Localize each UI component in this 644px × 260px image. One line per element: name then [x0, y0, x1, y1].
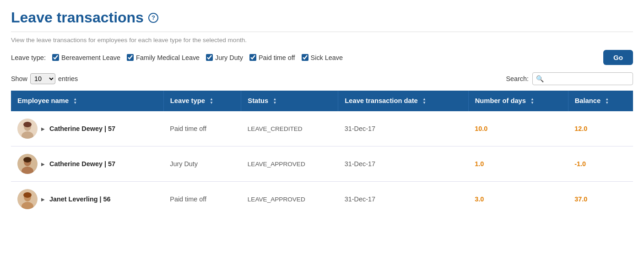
checkbox-sick[interactable]: Sick Leave: [302, 54, 343, 61]
help-icon[interactable]: ?: [148, 13, 158, 23]
avatar: [17, 189, 38, 209]
checkbox-jury[interactable]: Jury Duty: [206, 54, 243, 61]
leave-transactions-table: Employee name ▲▼ Leave type ▲▼ Status ▲▼…: [11, 91, 633, 217]
controls-row: Show 10 25 50 100 entries Search: 🔍: [11, 72, 633, 85]
col-status[interactable]: Status ▲▼: [241, 91, 338, 111]
checkbox-pto[interactable]: Paid time off: [249, 54, 295, 61]
search-input-wrap: 🔍: [532, 72, 633, 85]
table-row: ▶ Catherine Dewey | 57 Paid time offLEAV…: [11, 111, 633, 146]
table-header-row: Employee name ▲▼ Leave type ▲▼ Status ▲▼…: [11, 91, 633, 111]
checkbox-bereavement[interactable]: Bereavement Leave: [52, 54, 120, 61]
search-icon: 🔍: [536, 75, 544, 82]
status-cell: LEAVE_APPROVED: [241, 182, 338, 217]
employee-cell: ▶ Catherine Dewey | 57: [11, 146, 163, 182]
date-cell: 31-Dec-17: [338, 111, 468, 146]
avatar: [17, 154, 38, 174]
show-entries: Show 10 25 50 100 entries: [11, 73, 78, 84]
svg-point-11: [23, 192, 32, 198]
date-cell: 31-Dec-17: [338, 182, 468, 217]
leave-type-cell: Jury Duty: [163, 146, 241, 182]
employee-name: Catherine Dewey | 57: [49, 160, 115, 168]
sort-employee-icon: ▲▼: [73, 98, 77, 105]
expand-icon[interactable]: ▶: [41, 162, 45, 167]
sort-balance-icon: ▲▼: [605, 98, 609, 105]
title-divider: [11, 32, 633, 32]
balance-cell: 12.0: [568, 111, 633, 146]
col-balance[interactable]: Balance ▲▼: [568, 91, 633, 111]
status-cell: LEAVE_APPROVED: [241, 146, 338, 182]
entries-label: entries: [58, 75, 78, 82]
days-cell: 10.0: [468, 111, 568, 146]
col-leave-type[interactable]: Leave type ▲▼: [163, 91, 241, 111]
sort-status-icon: ▲▼: [273, 98, 276, 105]
sort-leave-type-icon: ▲▼: [210, 98, 213, 105]
sort-date-icon: ▲▼: [422, 98, 426, 105]
days-cell: 1.0: [468, 146, 568, 182]
col-leave-date[interactable]: Leave transaction date ▲▼: [338, 91, 468, 111]
expand-icon[interactable]: ▶: [41, 126, 45, 131]
col-num-days[interactable]: Number of days ▲▼: [468, 91, 568, 111]
search-row: Search: 🔍: [506, 72, 633, 85]
show-label: Show: [11, 75, 27, 82]
expand-icon[interactable]: ▶: [41, 197, 45, 202]
checkbox-family[interactable]: Family Medical Leave: [127, 54, 200, 61]
sort-days-icon: ▲▼: [530, 98, 534, 105]
svg-point-7: [23, 157, 32, 162]
table-row: ▶ Janet Leverling | 56 Paid time offLEAV…: [11, 182, 633, 217]
employee-cell: ▶ Janet Leverling | 56: [11, 182, 163, 217]
date-cell: 31-Dec-17: [338, 146, 468, 182]
filter-label: Leave type:: [11, 54, 46, 61]
page-title: Leave transactions ?: [11, 9, 633, 26]
table-row: ▶ Catherine Dewey | 57 Jury DutyLEAVE_AP…: [11, 146, 633, 182]
filter-row: Leave type: Bereavement Leave Family Med…: [11, 50, 633, 65]
col-employee-name[interactable]: Employee name ▲▼: [11, 91, 163, 111]
leave-type-cell: Paid time off: [163, 111, 241, 146]
employee-name: Janet Leverling | 56: [49, 195, 111, 203]
go-button[interactable]: Go: [603, 50, 633, 65]
employee-name: Catherine Dewey | 57: [49, 125, 115, 132]
balance-cell: 37.0: [568, 182, 633, 217]
search-input[interactable]: [532, 72, 633, 85]
svg-point-3: [23, 122, 32, 127]
employee-cell: ▶ Catherine Dewey | 57: [11, 111, 163, 146]
search-label: Search:: [506, 75, 529, 82]
entries-select[interactable]: 10 25 50 100: [30, 73, 55, 84]
avatar: [17, 119, 38, 139]
leave-type-cell: Paid time off: [163, 182, 241, 217]
page-subtitle: View the leave transactions for employee…: [11, 37, 633, 43]
balance-cell: -1.0: [568, 146, 633, 182]
status-cell: LEAVE_CREDITED: [241, 111, 338, 146]
days-cell: 3.0: [468, 182, 568, 217]
